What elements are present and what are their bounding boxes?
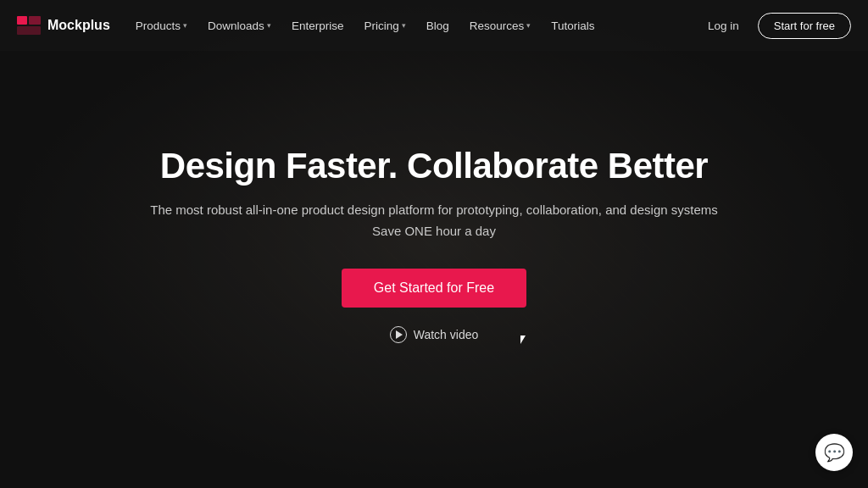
chevron-down-icon: ▾ bbox=[402, 21, 406, 30]
nav-item-blog[interactable]: Blog bbox=[418, 14, 458, 37]
play-icon bbox=[390, 326, 407, 343]
nav-item-resources[interactable]: Resources ▾ bbox=[461, 14, 540, 37]
hero-tagline: Save ONE hour a day bbox=[150, 224, 718, 238]
navbar: Mockplus Products ▾ Downloads ▾ Enterpri… bbox=[0, 0, 868, 51]
logo-link[interactable]: Mockplus bbox=[17, 16, 110, 35]
hero-subtitle: The most robust all-in-one product desig… bbox=[150, 202, 718, 217]
hero-section: Mockplus Products ▾ Downloads ▾ Enterpri… bbox=[0, 0, 868, 488]
logo-icon bbox=[17, 16, 41, 35]
nav-actions: Log in Start for free bbox=[699, 13, 851, 39]
chevron-down-icon: ▾ bbox=[267, 21, 271, 30]
hero-content: Design Faster. Collaborate Better The mo… bbox=[133, 145, 735, 343]
get-started-button[interactable]: Get Started for Free bbox=[342, 269, 526, 308]
logo-text: Mockplus bbox=[47, 18, 110, 33]
svg-rect-1 bbox=[29, 16, 41, 25]
svg-rect-0 bbox=[17, 16, 27, 25]
nav-item-pricing[interactable]: Pricing ▾ bbox=[355, 14, 414, 37]
play-triangle bbox=[396, 330, 403, 339]
watch-video-button[interactable]: Watch video bbox=[150, 326, 718, 343]
nav-item-downloads[interactable]: Downloads ▾ bbox=[199, 14, 280, 37]
start-for-free-button[interactable]: Start for free bbox=[758, 13, 851, 39]
login-button[interactable]: Log in bbox=[699, 14, 748, 37]
chat-widget[interactable]: 💬 bbox=[815, 434, 853, 471]
watch-video-label: Watch video bbox=[414, 328, 479, 341]
chevron-down-icon: ▾ bbox=[526, 21, 531, 30]
nav-links: Products ▾ Downloads ▾ Enterprise Pricin… bbox=[127, 14, 699, 37]
chevron-down-icon: ▾ bbox=[183, 21, 187, 30]
nav-item-tutorials[interactable]: Tutorials bbox=[542, 14, 603, 37]
nav-item-products[interactable]: Products ▾ bbox=[127, 14, 196, 37]
chat-icon: 💬 bbox=[824, 442, 845, 463]
svg-rect-2 bbox=[17, 26, 41, 35]
hero-title: Design Faster. Collaborate Better bbox=[150, 145, 718, 187]
nav-item-enterprise[interactable]: Enterprise bbox=[283, 14, 353, 37]
